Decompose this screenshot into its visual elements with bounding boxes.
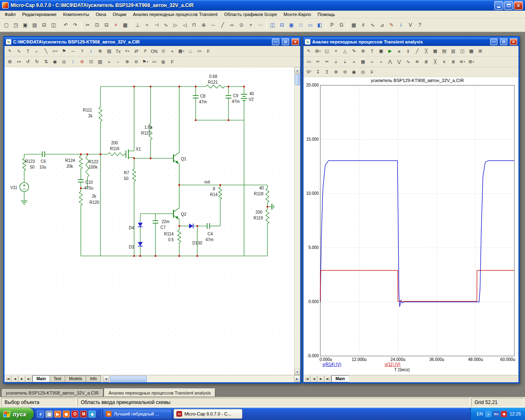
tab-scroll-first-icon[interactable]: |◀: [304, 375, 310, 382]
paste-icon[interactable]: ⊟: [102, 21, 111, 30]
source-icon[interactable]: ⊕: [199, 21, 208, 30]
component-mode-icon[interactable]: ∿: [14, 47, 23, 55]
menu-item[interactable]: Компоненты: [60, 11, 92, 17]
pattern-grid-icon[interactable]: ▩: [121, 21, 130, 30]
min-icon[interactable]: ∨: [440, 57, 449, 66]
open-file-icon[interactable]: ◳: [11, 21, 21, 30]
numbers-icon[interactable]: #: [358, 21, 368, 30]
help-icon[interactable]: ?: [415, 21, 425, 30]
tile-horizontal-icon[interactable]: ⊟: [277, 21, 287, 30]
info-tool-icon[interactable]: i: [87, 47, 96, 55]
pencil-mode-icon[interactable]: ✎: [349, 47, 358, 55]
mosfet-icon[interactable]: ⊓: [189, 21, 199, 30]
cut-icon[interactable]: ✂: [83, 21, 92, 30]
smooth-icon[interactable]: ≈: [349, 57, 358, 66]
crosshair-icon[interactable]: +: [246, 21, 256, 30]
copy-page-icon[interactable]: ⊡: [87, 57, 96, 66]
high-icon[interactable]: ∿: [404, 57, 413, 66]
split-window-icon[interactable]: ▭: [306, 21, 315, 30]
waveform-icon[interactable]: ∿: [368, 21, 377, 30]
schematic-vertical-scrollbar[interactable]: ▲ ▼: [294, 67, 300, 375]
schematic-close-button[interactable]: ×: [292, 39, 299, 45]
diag-wire-icon[interactable]: ╱: [218, 21, 227, 30]
pin-dots-icon[interactable]: ⊙: [159, 47, 168, 55]
slope-line-icon[interactable]: ╱: [413, 47, 422, 55]
schematic-canvas[interactable]: 0.68R121C847mC947m40V2R1112k1.8kR115200R…: [5, 67, 294, 375]
show-desktop-icon[interactable]: ▤: [46, 411, 52, 418]
sheet-icon[interactable]: ◧: [315, 21, 324, 30]
tab-scroll-last-icon[interactable]: ▶|: [25, 375, 32, 382]
transient-plot-area[interactable]: 0.000u20.00012.000u15.00024.000u10.00036…: [304, 77, 518, 375]
menu-item[interactable]: Опции: [110, 11, 130, 17]
copy-icon[interactable]: ⊡: [92, 21, 102, 30]
opera-quicklaunch-icon[interactable]: O: [71, 411, 78, 418]
save-all-icon[interactable]: ▤: [30, 21, 39, 30]
region-icon[interactable]: ▭: [304, 57, 313, 66]
pin-icon[interactable]: ⊙: [237, 21, 246, 30]
schematic-tab-main[interactable]: Main: [32, 375, 50, 382]
firefox-quicklaunch-icon[interactable]: ◉: [63, 411, 70, 418]
select-mode-icon[interactable]: ↖: [5, 47, 14, 55]
tile-vertical-icon[interactable]: ◫: [268, 21, 277, 30]
run-icon[interactable]: ▶: [386, 47, 395, 55]
messenger-quicklaunch-icon[interactable]: ◈: [89, 411, 96, 418]
add-waveform-icon[interactable]: ⊞▾: [467, 57, 476, 66]
print-icon[interactable]: ⊟: [39, 21, 49, 30]
minimize-button[interactable]: [494, 1, 503, 10]
scroll-down-icon[interactable]: ▼: [294, 369, 300, 375]
schematic-horizontal-scrollbar[interactable]: ◀ ▶: [103, 375, 300, 382]
point-tag-icon[interactable]: △: [340, 47, 349, 55]
rotate-cw-icon[interactable]: ↻: [32, 57, 41, 66]
schematic-tab-text[interactable]: Text: [50, 375, 65, 382]
title-block-icon[interactable]: ▭: [195, 47, 204, 55]
select-arrow-icon[interactable]: ↖: [304, 47, 313, 55]
analysis-tab-main[interactable]: Main: [331, 375, 349, 382]
text-format-icon[interactable]: Tx: [114, 47, 123, 55]
pen-icon[interactable]: ✎: [387, 21, 396, 30]
refresh-icon[interactable]: ◎: [358, 68, 368, 76]
save-icon[interactable]: ▣: [21, 21, 30, 30]
cursor-right-icon[interactable]: ÷: [377, 57, 386, 66]
data-points-icon[interactable]: ▦: [431, 47, 440, 55]
taskbar-task-browser[interactable]: ◉Лучший гибридный ...: [103, 409, 172, 419]
layout-icon[interactable]: ⊞: [476, 47, 485, 55]
cut-right-icon[interactable]: ✂: [322, 57, 331, 66]
copy-picture-icon[interactable]: ▧: [96, 57, 105, 66]
language-indicator[interactable]: EN: [477, 411, 483, 416]
ie-quicklaunch-icon[interactable]: e: [37, 411, 44, 418]
tab-scroll-last-icon[interactable]: ▶|: [324, 375, 331, 382]
tray-antivirus-icon[interactable]: ◆: [501, 411, 507, 417]
pause-icon[interactable]: ‖: [404, 47, 413, 55]
vi-probe-icon[interactable]: V: [406, 21, 415, 30]
new-file-icon[interactable]: ▢: [2, 21, 11, 30]
wire-icon[interactable]: ─: [208, 21, 218, 30]
menu-item[interactable]: Область графиков Scope: [221, 11, 280, 17]
flip-icon[interactable]: ⇄: [132, 47, 141, 55]
add-box-icon[interactable]: +: [105, 57, 114, 66]
cursor-value-label[interactable]: 'P': [304, 68, 313, 76]
web-icon[interactable]: ◍: [159, 57, 168, 66]
help-tool-icon[interactable]: ?: [78, 47, 87, 55]
token-grid-icon[interactable]: ▦: [358, 57, 368, 66]
crosshair-icon[interactable]: +: [168, 47, 177, 55]
menu-item[interactable]: Монте-Карло: [280, 11, 314, 17]
zoom-out-icon[interactable]: ⊖: [132, 57, 141, 66]
find-next-icon[interactable]: ◎: [59, 57, 68, 66]
scroll-thumb[interactable]: [295, 74, 300, 85]
power-letter-icon[interactable]: P: [327, 21, 337, 30]
border-toggle-icon[interactable]: □: [186, 47, 195, 55]
zoom-mode-icon[interactable]: ⊕: [358, 47, 368, 55]
minmax-icon[interactable]: ≶: [449, 57, 458, 66]
grid-toggle-icon[interactable]: ▦▾: [177, 47, 186, 55]
region-box-icon[interactable]: ⊞: [5, 57, 14, 66]
find-icon[interactable]: ◉: [50, 57, 59, 66]
tab-scroll-next-icon[interactable]: ▶: [18, 375, 25, 382]
waveform-menu-icon[interactable]: ≋▾: [458, 57, 467, 66]
pages-icon[interactable]: ▩: [467, 47, 476, 55]
slope-pair-icon[interactable]: ≶: [422, 57, 431, 66]
zoom-in-icon[interactable]: ⊕: [331, 68, 340, 76]
analysis-restore-button[interactable]: ⊡: [500, 39, 507, 45]
slope-icon[interactable]: ⊿: [377, 21, 387, 30]
menu-item[interactable]: Файл: [1, 11, 19, 17]
document-tab[interactable]: Анализ переходных процессов Transient an…: [104, 388, 215, 397]
